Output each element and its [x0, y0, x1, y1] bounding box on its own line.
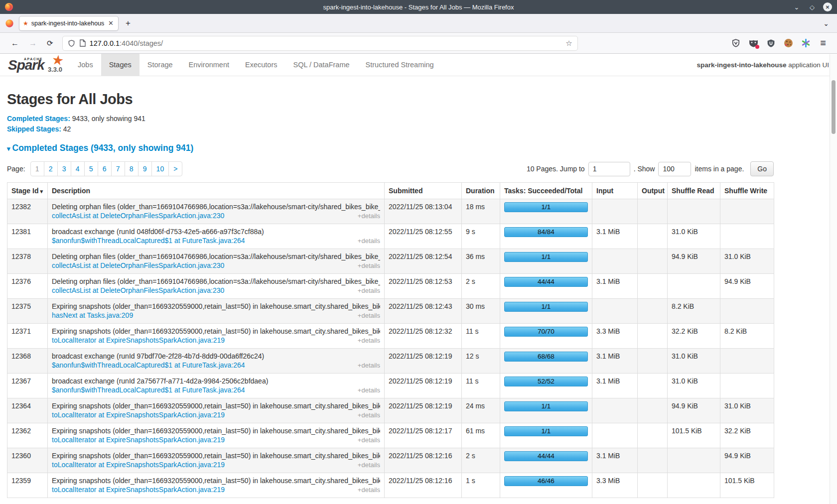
nav-item-stages[interactable]: Stages — [101, 54, 140, 76]
shuffle-read-cell — [668, 448, 720, 473]
jump-to-input[interactable] — [588, 162, 630, 176]
browser-tab[interactable]: ★ spark-ingest-into-lakehous ✕ — [19, 16, 119, 31]
column-header-input[interactable]: Input — [592, 183, 638, 199]
table-header-row: Stage Id▾DescriptionSubmittedDurationTas… — [7, 183, 774, 199]
bookmark-star-icon[interactable]: ☆ — [565, 39, 572, 48]
details-toggle[interactable]: +details — [358, 436, 380, 445]
nav-item-environment[interactable]: Environment — [181, 54, 237, 76]
column-header-duration[interactable]: Duration — [462, 183, 500, 199]
column-header-shuffle-write[interactable]: Shuffle Write — [720, 183, 774, 199]
submitted-cell: 2022/11/25 08:12:55 — [385, 224, 462, 249]
page-button-5[interactable]: 5 — [84, 161, 98, 176]
details-toggle[interactable]: +details — [358, 212, 380, 221]
menu-icon[interactable]: ≡ — [818, 37, 828, 49]
duration-cell: 30 ms — [462, 299, 500, 324]
list-tabs-chevron-icon[interactable]: ⌄ — [823, 19, 829, 27]
details-toggle[interactable]: +details — [358, 411, 380, 420]
reload-button[interactable]: ⟳ — [42, 39, 58, 48]
go-button[interactable]: Go — [750, 161, 774, 176]
duration-cell: 18 ms — [462, 199, 500, 224]
task-progress-bar: 1/1 — [504, 252, 588, 262]
column-header-submitted[interactable]: Submitted — [385, 183, 462, 199]
show-count-input[interactable] — [658, 162, 691, 176]
maximize-button[interactable]: ◇ — [808, 2, 817, 11]
nav-item-jobs[interactable]: Jobs — [70, 54, 101, 76]
details-toggle[interactable]: +details — [358, 386, 380, 395]
spark-logo[interactable]: APACHE Spark ★ 3.3.0 — [6, 54, 70, 76]
stage-summary: Completed Stages: 9433, only showing 941… — [7, 115, 774, 133]
nav-item-sql-dataframe[interactable]: SQL / DataFrame — [285, 54, 357, 76]
tracking-shield-icon[interactable] — [68, 39, 75, 47]
page-button-3[interactable]: 3 — [57, 161, 71, 176]
table-row: 12376Deleting orphan files (older_than=1… — [7, 274, 774, 299]
page-scrollbar[interactable] — [830, 54, 837, 504]
table-row: 12378Deleting orphan files (older_than=1… — [7, 249, 774, 274]
scrollbar-thumb[interactable] — [832, 80, 836, 134]
cookie-icon[interactable] — [783, 38, 793, 48]
details-toggle[interactable]: +details — [358, 237, 380, 246]
column-header-output[interactable]: Output — [638, 183, 668, 199]
task-progress-bar: 1/1 — [504, 426, 588, 436]
stage-detail-link[interactable]: toLocalIterator at ExpireSnapshotsSparkA… — [52, 485, 225, 494]
details-toggle[interactable]: +details — [358, 336, 380, 345]
output-cell — [638, 274, 668, 299]
details-toggle[interactable]: +details — [358, 286, 380, 295]
stage-detail-link[interactable]: toLocalIterator at ExpireSnapshotsSparkA… — [52, 460, 225, 469]
page-label: Page: — [7, 165, 25, 173]
output-cell — [638, 249, 668, 274]
page-info-icon[interactable] — [79, 39, 86, 47]
minimize-button[interactable]: ⌄ — [792, 2, 801, 11]
details-toggle[interactable]: +details — [358, 461, 380, 470]
nav-item-storage[interactable]: Storage — [140, 54, 181, 76]
tab-close-icon[interactable]: ✕ — [107, 19, 115, 27]
stage-detail-link[interactable]: collectAsList at DeleteOrphanFilesSparkA… — [52, 286, 224, 295]
close-button[interactable]: ✕ — [823, 2, 832, 11]
stage-detail-link[interactable]: collectAsList at DeleteOrphanFilesSparkA… — [52, 261, 224, 270]
stage-detail-link[interactable]: hasNext at Tasks.java:209 — [52, 311, 133, 320]
tab-strip: ★ spark-ingest-into-lakehous ✕ + ⌄ — [0, 14, 837, 33]
stage-detail-link[interactable]: $anonfun$withThreadLocalCaptured$1 at Fu… — [52, 236, 245, 245]
page-button-7[interactable]: 7 — [111, 161, 125, 176]
stage-detail-link[interactable]: collectAsList at DeleteOrphanFilesSparkA… — [52, 211, 224, 220]
skipped-stages-link[interactable]: Skipped Stages: — [7, 125, 61, 133]
completed-stages-link[interactable]: Completed Stages: — [7, 115, 70, 123]
stage-detail-link[interactable]: $anonfun$withThreadLocalCaptured$1 at Fu… — [52, 385, 245, 394]
table-row: 12371Expiring snapshots (older_than=1669… — [7, 324, 774, 349]
back-button[interactable]: ← — [6, 39, 24, 48]
submitted-cell: 2022/11/25 08:12:19 — [385, 374, 462, 398]
page-next-button[interactable]: > — [168, 161, 182, 176]
page-button-2[interactable]: 2 — [44, 161, 58, 176]
page-button-10[interactable]: 10 — [151, 161, 169, 176]
page-button-9[interactable]: 9 — [138, 161, 152, 176]
details-toggle[interactable]: +details — [358, 311, 380, 320]
nav-item-structured-streaming[interactable]: Structured Streaming — [358, 54, 442, 76]
column-header-tasks-succeeded-total[interactable]: Tasks: Succeeded/Total — [500, 183, 592, 199]
column-header-stage-id[interactable]: Stage Id▾ — [7, 183, 48, 199]
page-button-4[interactable]: 4 — [71, 161, 85, 176]
stage-detail-link[interactable]: toLocalIterator at ExpireSnapshotsSparkA… — [52, 410, 225, 419]
completed-stages-section-header[interactable]: ▾Completed Stages (9433, only showing 94… — [7, 143, 774, 153]
ublock-icon[interactable] — [766, 38, 776, 48]
details-toggle[interactable]: +details — [358, 361, 380, 370]
extension-asterisk-icon[interactable] — [801, 38, 811, 48]
column-header-shuffle-read[interactable]: Shuffle Read — [668, 183, 720, 199]
firefox-view-icon[interactable] — [5, 19, 14, 28]
column-header-description[interactable]: Description — [48, 183, 385, 199]
stage-detail-link[interactable]: toLocalIterator at ExpireSnapshotsSparkA… — [52, 435, 225, 444]
nav-item-executors[interactable]: Executors — [237, 54, 285, 76]
containers-mask-icon[interactable] — [748, 38, 758, 48]
details-toggle[interactable]: +details — [358, 486, 380, 495]
tasks-progress-cell: 68/68 — [500, 349, 592, 374]
stage-detail-link[interactable]: toLocalIterator at ExpireSnapshotsSparkA… — [52, 336, 225, 345]
page-button-1[interactable]: 1 — [30, 161, 44, 176]
shield-extension-icon[interactable] — [731, 38, 741, 48]
details-toggle[interactable]: +details — [358, 261, 380, 270]
shuffle-write-cell — [720, 224, 774, 249]
shuffle-read-cell — [668, 199, 720, 224]
new-tab-button[interactable]: + — [126, 18, 131, 28]
shuffle-write-cell — [720, 199, 774, 224]
stage-detail-link[interactable]: $anonfun$withThreadLocalCaptured$1 at Fu… — [52, 361, 245, 370]
page-button-6[interactable]: 6 — [98, 161, 112, 176]
address-bar[interactable]: 127.0.0.1:4040/stages/ ☆ — [62, 36, 578, 51]
page-button-8[interactable]: 8 — [125, 161, 139, 176]
